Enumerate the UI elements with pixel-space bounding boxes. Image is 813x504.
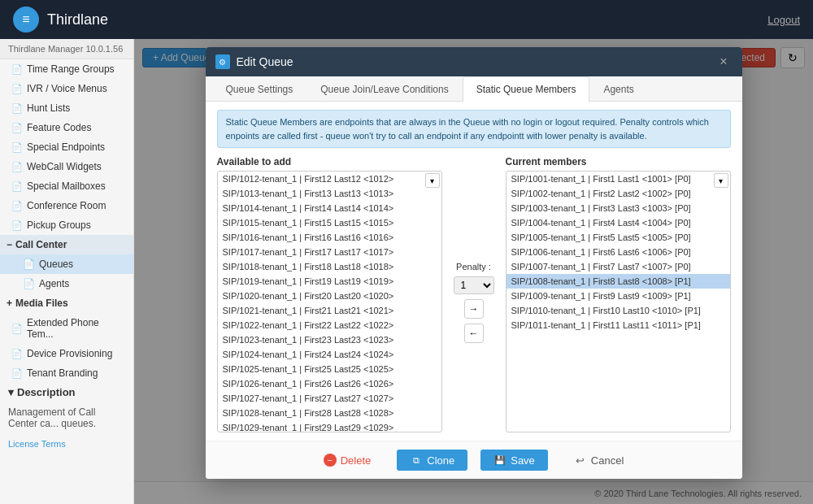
sidebar-item-specialendpoints[interactable]: 📄 Special Endpoints xyxy=(0,137,133,157)
penalty-label: Penalty : xyxy=(456,262,491,272)
modal-header: ⚙ Edit Queue × xyxy=(206,47,742,76)
available-header: Available to add xyxy=(217,156,442,167)
modal-title: Edit Queue xyxy=(237,55,293,68)
sidebar-item-label: Feature Codes xyxy=(27,122,91,133)
available-list-item[interactable]: SIP/1014-tenant_1 | First14 Last14 <1014… xyxy=(218,201,441,215)
current-list-item[interactable]: SIP/1004-tenant_1 | First4 Last4 <1004> … xyxy=(506,215,730,230)
expand-icon: + xyxy=(7,298,12,309)
remove-member-button[interactable]: ← xyxy=(464,324,484,343)
section-label: Call Center xyxy=(15,239,67,250)
available-filter-button[interactable]: ▾ xyxy=(425,173,440,188)
sidebar-item-featurecodes[interactable]: 📄 Feature Codes xyxy=(0,118,133,137)
description-label: Description xyxy=(17,386,76,398)
tab-queue-join-leave[interactable]: Queue Join/Leave Conditions xyxy=(307,76,462,102)
available-list-item[interactable]: SIP/1017-tenant_1 | First17 Last17 <1017… xyxy=(218,245,441,259)
sidebar-item-ivr[interactable]: 📄 IVR / Voice Menus xyxy=(0,79,133,98)
sidebar-item-webcallwidgets[interactable]: 📄 WebCall Widgets xyxy=(0,157,133,176)
sidebar-item-label: Agents xyxy=(39,278,69,289)
current-list-item[interactable]: SIP/1002-tenant_1 | First2 Last2 <1002> … xyxy=(506,186,730,201)
sidebar-item-label: Time Range Groups xyxy=(27,63,115,75)
clone-button[interactable]: ⧉ Clone xyxy=(397,450,467,471)
available-list[interactable]: SIP/1012-tenant_1 | First12 Last12 <1012… xyxy=(218,172,441,432)
sidebar-item-queues[interactable]: 📄 Queues xyxy=(0,254,133,274)
current-list-item[interactable]: SIP/1007-tenant_1 | First7 Last7 <1007> … xyxy=(506,259,730,274)
sidebar-item-tenantbranding[interactable]: 📄 Tenant Branding xyxy=(0,363,133,383)
current-list-item[interactable]: SIP/1005-tenant_1 | First5 Last5 <1005> … xyxy=(506,230,730,245)
sidebar-item-specialmailboxes[interactable]: 📄 Special Mailboxes xyxy=(0,176,133,196)
current-list[interactable]: SIP/1001-tenant_1 | First1 Last1 <1001> … xyxy=(506,172,730,432)
license-link[interactable]: License Terms xyxy=(8,439,66,449)
available-list-item[interactable]: SIP/1024-tenant_1 | First24 Last24 <1024… xyxy=(218,347,441,362)
cancel-button[interactable]: ↩ Cancel xyxy=(561,450,637,471)
sidebar-item-pickupgroups[interactable]: 📄 Pickup Groups xyxy=(0,215,133,235)
tab-static-queue-members[interactable]: Static Queue Members xyxy=(463,76,590,102)
available-list-item[interactable]: SIP/1029-tenant_1 | First29 Last29 <1029… xyxy=(218,420,441,432)
top-bar-left: ≡ Thirdlane xyxy=(13,7,108,33)
current-filter-button[interactable]: ▾ xyxy=(714,173,728,188)
save-icon: 💾 xyxy=(493,454,506,467)
delete-button[interactable]: − Delete xyxy=(311,450,385,471)
sidebar-item-timerange[interactable]: 📄 Time Range Groups xyxy=(0,59,133,79)
current-list-item[interactable]: SIP/1001-tenant_1 | First1 Last1 <1001> … xyxy=(506,172,730,186)
doc-icon: 📄 xyxy=(11,349,23,359)
current-list-item[interactable]: SIP/1008-tenant_1 | First8 Last8 <1008> … xyxy=(506,274,730,289)
available-list-item[interactable]: SIP/1023-tenant_1 | First23 Last23 <1023… xyxy=(218,332,441,347)
sidebar-item-deviceprovisioning[interactable]: 📄 Device Provisioning xyxy=(0,344,133,363)
info-banner: Static Queue Members are endpoints that … xyxy=(217,110,731,148)
current-list-item[interactable]: SIP/1011-tenant_1 | First11 Last11 <1011… xyxy=(506,318,730,332)
sidebar-item-label: Special Endpoints xyxy=(27,141,105,153)
current-list-item[interactable]: SIP/1003-tenant_1 | First3 Last3 <1003> … xyxy=(506,201,730,215)
sidebar-item-agents[interactable]: 📄 Agents xyxy=(0,274,133,293)
sidebar: Thirdlane Manager 10.0.1.56 📄 Time Range… xyxy=(0,39,134,504)
available-list-item[interactable]: SIP/1027-tenant_1 | First27 Last27 <1027… xyxy=(218,391,441,406)
sidebar-item-label: Hunt Lists xyxy=(27,102,70,114)
sidebar-section-callcenter[interactable]: − Call Center xyxy=(0,235,133,254)
available-list-item[interactable]: SIP/1012-tenant_1 | First12 Last12 <1012… xyxy=(218,172,441,186)
section-label: Media Files xyxy=(15,298,68,309)
sidebar-section-mediafiles[interactable]: + Media Files xyxy=(0,293,133,313)
collapse-icon: − xyxy=(7,239,12,250)
available-list-item[interactable]: SIP/1026-tenant_1 | First26 Last26 <1026… xyxy=(218,376,441,391)
top-bar-right: Logout xyxy=(767,14,800,26)
available-list-item[interactable]: SIP/1019-tenant_1 | First19 Last19 <1019… xyxy=(218,274,441,289)
sidebar-item-label: Tenant Branding xyxy=(27,367,98,379)
modal-close-button[interactable]: × xyxy=(715,54,732,70)
tab-queue-settings[interactable]: Queue Settings xyxy=(212,76,307,102)
current-section: Current members ▾ SIP/1001-tenant_1 | Fi… xyxy=(506,156,731,432)
edit-queue-modal: ⚙ Edit Queue × Queue Settings Queue Join… xyxy=(206,47,742,479)
available-list-item[interactable]: SIP/1022-tenant_1 | First22 Last22 <1022… xyxy=(218,318,441,332)
delete-icon: − xyxy=(324,454,337,467)
hamburger-icon: ≡ xyxy=(22,12,29,27)
current-list-item[interactable]: SIP/1009-tenant_1 | First9 Last9 <1009> … xyxy=(506,289,730,303)
save-button[interactable]: 💾 Save xyxy=(480,450,548,471)
sidebar-item-conferenceroom[interactable]: 📄 Conference Room xyxy=(0,196,133,215)
description-toggle[interactable]: ▾ Description xyxy=(0,383,133,402)
clone-icon: ⧉ xyxy=(410,454,423,467)
add-member-button[interactable]: → xyxy=(464,299,484,319)
available-list-item[interactable]: SIP/1021-tenant_1 | First21 Last21 <1021… xyxy=(218,303,441,318)
current-list-item[interactable]: SIP/1006-tenant_1 | First6 Last6 <1006> … xyxy=(506,245,730,259)
doc-icon: 📄 xyxy=(23,259,35,270)
current-list-wrapper: ▾ SIP/1001-tenant_1 | First1 Last1 <1001… xyxy=(506,171,731,432)
modal-icon: ⚙ xyxy=(215,54,230,69)
doc-icon: 📄 xyxy=(11,84,23,94)
penalty-select[interactable]: 012345 xyxy=(454,276,494,294)
current-list-item[interactable]: SIP/1010-tenant_1 | First10 Last10 <1010… xyxy=(506,303,730,318)
available-list-item[interactable]: SIP/1013-tenant_1 | First13 Last13 <1013… xyxy=(218,186,441,201)
sidebar-item-huntlists[interactable]: 📄 Hunt Lists xyxy=(0,98,133,118)
available-list-item[interactable]: SIP/1020-tenant_1 | First20 Last20 <1020… xyxy=(218,289,441,303)
available-list-item[interactable]: SIP/1028-tenant_1 | First28 Last28 <1028… xyxy=(218,406,441,420)
sidebar-item-label: Conference Room xyxy=(27,200,106,211)
logout-link[interactable]: Logout xyxy=(767,14,800,26)
sidebar-item-label: Pickup Groups xyxy=(27,219,91,231)
available-list-item[interactable]: SIP/1016-tenant_1 | First16 Last16 <1016… xyxy=(218,230,441,245)
undo-icon: ↩ xyxy=(574,454,587,467)
description-text: Management of Call Center ca... queues. xyxy=(0,402,133,434)
available-list-item[interactable]: SIP/1025-tenant_1 | First25 Last25 <1025… xyxy=(218,362,441,376)
available-list-item[interactable]: SIP/1018-tenant_1 | First18 Last18 <1018… xyxy=(218,259,441,274)
available-section: Available to add ▾ SIP/1012-tenant_1 | F… xyxy=(217,156,442,432)
available-list-item[interactable]: SIP/1015-tenant_1 | First15 Last15 <1015… xyxy=(218,215,441,230)
tab-agents[interactable]: Agents xyxy=(589,76,647,102)
doc-icon: 📄 xyxy=(11,220,23,231)
sidebar-item-extendedphone[interactable]: 📄 Extended Phone Tem... xyxy=(0,313,133,344)
